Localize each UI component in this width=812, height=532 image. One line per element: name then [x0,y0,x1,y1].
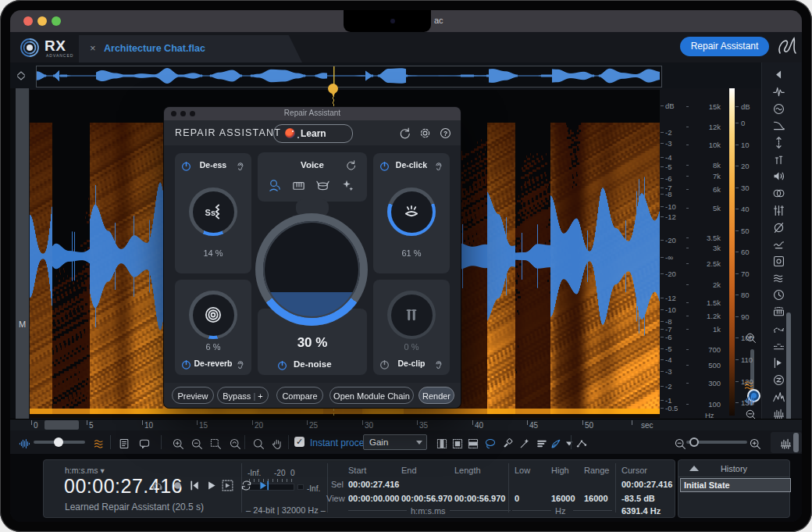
resample-icon[interactable] [772,373,785,387]
spectrum-icon[interactable] [772,389,785,403]
drums-icon[interactable] [315,178,330,193]
record-icon[interactable] [171,478,184,492]
de-clip-icon[interactable] [772,152,785,166]
scale-tick [686,263,689,264]
learn-button[interactable]: Learn [273,124,353,143]
clip-indicator[interactable] [297,484,304,490]
collapse-icon[interactable] [772,67,785,81]
play-sel-icon[interactable] [221,478,234,492]
playhead-marker[interactable] [326,80,340,104]
spectro-icon[interactable] [93,436,105,450]
open-module-chain-button[interactable]: Open Module Chain [329,387,414,404]
bypass-button[interactable]: Bypass | + [217,387,269,404]
minimize-window-button[interactable] [37,16,47,26]
time-stretch-icon[interactable] [772,287,785,302]
waveform-zoom-thumb[interactable] [54,437,63,447]
zoom-window-button[interactable] [52,16,61,26]
de-clip-knob[interactable] [387,291,436,339]
de-noise-knob[interactable] [255,213,368,326]
bypass-plus[interactable]: + [258,391,262,401]
module-toolbar-scrollbar[interactable] [786,312,791,434]
voice-reset-icon[interactable] [345,158,357,172]
levels-icon[interactable] [536,436,548,450]
eq-match-icon[interactable] [772,203,785,217]
sel-time-icon[interactable] [436,436,448,450]
find-icon[interactable] [252,436,265,450]
lasso-icon[interactable] [484,436,497,450]
sparkles-icon[interactable] [340,178,354,193]
h-zoom-thumb[interactable] [689,437,699,447]
freq-scale-label: 1k [691,326,721,334]
dither-icon[interactable] [772,186,785,200]
de-bleed-icon[interactable] [772,322,785,336]
v-scrollbar[interactable] [793,433,799,452]
comment-icon[interactable] [138,436,151,450]
de-noise-power-icon[interactable] [276,358,288,372]
de-reverb-knob[interactable] [189,291,237,339]
wf-icon[interactable] [18,436,30,450]
hand-icon[interactable] [271,436,283,450]
notes-icon[interactable] [118,436,130,450]
loop-icon[interactable] [240,478,253,492]
brush-icon[interactable] [501,436,514,450]
dialog-titlebar[interactable]: Repair Assistant [164,107,461,120]
time-format-selector[interactable]: h:m:s.ms ▾ [65,466,105,475]
collapse-overview-icon[interactable] [14,68,28,83]
caret-icon[interactable] [563,436,575,450]
voice-icon[interactable] [267,178,282,193]
de-click-knob[interactable] [387,187,436,236]
repair-assistant-button[interactable]: Repair Assistant [680,37,769,56]
zoom-fit-icon[interactable] [229,436,241,450]
edit-mode-dropdown[interactable]: Gain [363,434,427,450]
col-length: Length [454,466,481,475]
close-window-button[interactable] [23,16,33,26]
zoom-in-icon[interactable] [749,436,761,450]
fade-icon[interactable] [772,118,785,132]
signature-squiggle-icon[interactable] [775,34,799,61]
sel-freq-icon[interactable] [467,436,479,450]
file-tab[interactable]: × Architecture Chat.flac [79,35,302,62]
de-crackle-icon[interactable] [772,237,785,251]
sel-all-icon[interactable] [451,436,464,450]
reset-icon[interactable] [398,126,411,140]
gear-icon[interactable] [418,126,432,140]
waveform-stats-icon[interactable] [779,436,792,450]
leveler-icon[interactable] [772,338,785,352]
compare-button[interactable]: Compare [276,387,323,404]
play-icon[interactable] [205,478,218,492]
music-icon[interactable] [291,178,306,193]
instant-process-checkbox[interactable]: ✓ [294,437,304,447]
loudness-icon[interactable] [772,169,785,183]
goto-end-icon[interactable] [258,478,271,492]
tab-close-icon[interactable]: × [90,42,96,54]
spectrogram-colorbar[interactable] [729,88,735,416]
overview-waveform-box[interactable] [36,66,662,87]
pen-icon[interactable] [550,436,562,450]
wand-icon[interactable] [518,436,531,450]
history-item[interactable]: Initial State [680,478,791,492]
marker-icon[interactable] [772,355,785,370]
de-reverb-icon[interactable] [772,270,785,284]
level-meter[interactable] [249,484,294,491]
playhead-time-display[interactable]: 00:00:27.416 [64,475,183,498]
zoom-sel-icon[interactable] [209,436,222,450]
de-click-icon[interactable] [772,84,785,98]
chain-icon[interactable] [575,436,588,450]
de-ess-knob[interactable]: Ss [189,187,237,236]
help-icon[interactable]: ? [439,126,452,140]
zoom-out-icon[interactable] [674,436,686,450]
headphones-icon[interactable] [151,478,164,492]
spectral-repair-icon[interactable] [772,254,785,268]
azimuth-icon[interactable] [772,135,785,149]
timeline-ruler[interactable]: sec 05101520253035404550 [10,419,802,431]
overview-waveform-canvas[interactable] [37,66,660,85]
channel-strip[interactable] [16,88,29,419]
de-hum-icon[interactable] [772,101,785,115]
zoom-out-icon[interactable] [191,436,203,450]
zoom-in-icon[interactable] [172,436,184,450]
preview-button[interactable]: Preview [172,387,214,404]
music-rebalance-icon[interactable] [772,305,785,319]
phase-icon[interactable] [772,220,785,234]
skip-start-icon[interactable] [188,478,201,492]
render-button[interactable]: Render [418,387,454,404]
